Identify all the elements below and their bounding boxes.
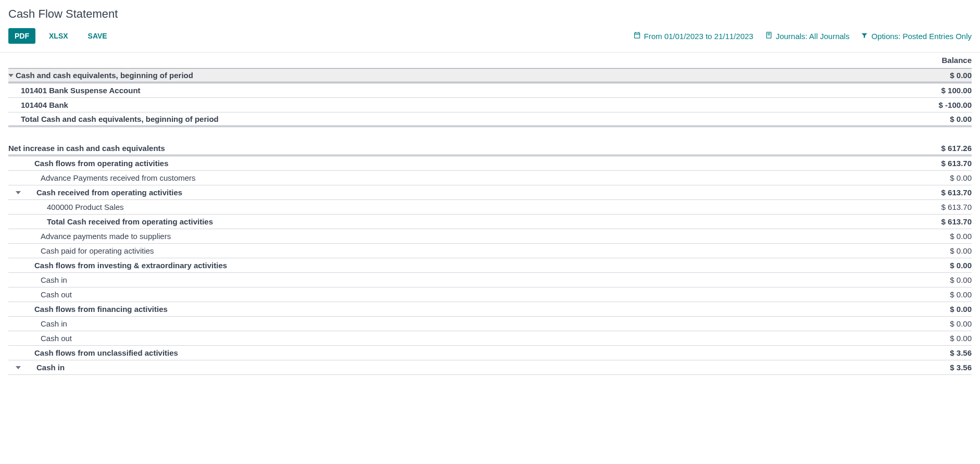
row-value: $ 0.00: [950, 173, 972, 182]
row-label: Cash flows from financing activities: [8, 305, 168, 313]
row-beginning-period[interactable]: Cash and cash equivalents, beginning of …: [8, 68, 972, 83]
row-label: Net increase in cash and cash equivalent…: [8, 144, 165, 153]
row-bank-suspense[interactable]: 101401 Bank Suspense Account $ 100.00: [8, 83, 972, 98]
row-label: Advance payments made to suppliers: [8, 232, 171, 241]
report-body: Balance Cash and cash equivalents, begin…: [0, 53, 980, 375]
filter-icon: [861, 32, 868, 41]
save-button[interactable]: SAVE: [82, 28, 114, 44]
spacer: [8, 127, 972, 142]
row-value: $ 0.00: [950, 275, 972, 284]
calendar-icon: [633, 31, 641, 41]
row-investing-cash-in[interactable]: Cash in $ 0.00: [8, 273, 972, 287]
book-icon: [765, 31, 773, 41]
row-value: $ 613.70: [941, 188, 972, 197]
row-label: Cash flows from unclassified activities: [8, 348, 178, 357]
row-value: $ 0.00: [950, 319, 972, 328]
row-value: $ 0.00: [950, 334, 972, 343]
balance-header: Balance: [941, 56, 972, 65]
filter-date[interactable]: From 01/01/2023 to 21/11/2023: [633, 31, 753, 41]
xlsx-button[interactable]: XLSX: [43, 28, 74, 44]
row-label: Cash flows from operating activities: [8, 159, 169, 168]
row-unclassified-activities[interactable]: Cash flows from unclassified activities …: [8, 346, 972, 360]
row-investing-activities[interactable]: Cash flows from investing & extraordinar…: [8, 258, 972, 273]
row-value: $ 613.70: [941, 159, 972, 168]
column-header-row: Balance: [8, 53, 972, 68]
filter-journals-label: Journals: All Journals: [776, 32, 850, 41]
row-label: Cash out: [8, 290, 72, 299]
pdf-button[interactable]: PDF: [8, 28, 35, 44]
caret-down-icon[interactable]: [16, 190, 21, 195]
row-label: 101401 Bank Suspense Account: [8, 86, 141, 95]
row-value: $ 613.70: [941, 217, 972, 226]
row-value: $ 617.26: [941, 144, 972, 153]
filter-date-label: From 01/01/2023 to 21/11/2023: [644, 32, 753, 41]
toolbar-right: From 01/01/2023 to 21/11/2023 Journals: …: [633, 31, 972, 41]
row-value: $ 0.00: [950, 115, 972, 123]
row-label: Advance Payments received from customers: [8, 173, 196, 182]
row-label: 400000 Product Sales: [8, 203, 124, 211]
row-value: $ 3.56: [950, 348, 972, 357]
row-bank[interactable]: 101404 Bank $ -100.00: [8, 98, 972, 112]
row-cash-received-operating[interactable]: Cash received from operating activities …: [8, 185, 972, 200]
toolbar-left: PDF XLSX SAVE: [8, 28, 114, 44]
row-value: $ 0.00: [950, 246, 972, 255]
row-label: Total Cash and cash equivalents, beginni…: [8, 115, 219, 123]
row-product-sales[interactable]: 400000 Product Sales $ 613.70: [8, 200, 972, 215]
row-advance-customers[interactable]: Advance Payments received from customers…: [8, 171, 972, 185]
row-financing-cash-out[interactable]: Cash out $ 0.00: [8, 331, 972, 346]
row-value: $ 0.00: [950, 305, 972, 313]
row-investing-cash-out[interactable]: Cash out $ 0.00: [8, 287, 972, 302]
row-financing-cash-in[interactable]: Cash in $ 0.00: [8, 317, 972, 331]
row-financing-activities[interactable]: Cash flows from financing activities $ 0…: [8, 302, 972, 317]
caret-down-icon[interactable]: [8, 73, 14, 78]
row-value: $ 0.00: [950, 261, 972, 270]
filter-options[interactable]: Options: Posted Entries Only: [861, 32, 972, 41]
row-label: Total Cash received from operating activ…: [8, 217, 213, 226]
row-value: $ 0.00: [950, 232, 972, 241]
row-value: $ 0.00: [950, 71, 972, 80]
filter-options-label: Options: Posted Entries Only: [871, 32, 972, 41]
row-label: Cash in: [23, 363, 65, 372]
row-unclassified-cash-in[interactable]: Cash in $ 3.56: [8, 360, 972, 375]
row-label: Cash paid for operating activities: [8, 246, 154, 255]
toolbar: PDF XLSX SAVE From 01/01/2023 to 21/11/2…: [0, 24, 980, 53]
row-value: $ 100.00: [941, 86, 972, 95]
row-value: $ 0.00: [950, 290, 972, 299]
row-label: 101404 Bank: [8, 101, 68, 109]
row-total-beginning[interactable]: Total Cash and cash equivalents, beginni…: [8, 112, 972, 127]
row-label: Cash out: [8, 334, 72, 343]
row-value: $ -100.00: [939, 101, 972, 109]
row-operating-activities[interactable]: Cash flows from operating activities $ 6…: [8, 156, 972, 171]
row-label: Cash in: [8, 319, 67, 328]
row-cash-paid-operating[interactable]: Cash paid for operating activities $ 0.0…: [8, 244, 972, 258]
row-label: Cash in: [8, 275, 67, 284]
row-label: Cash and cash equivalents, beginning of …: [16, 71, 193, 80]
filter-journals[interactable]: Journals: All Journals: [765, 31, 850, 41]
row-advance-suppliers[interactable]: Advance payments made to suppliers $ 0.0…: [8, 229, 972, 244]
row-net-increase[interactable]: Net increase in cash and cash equivalent…: [8, 142, 972, 156]
caret-down-icon[interactable]: [16, 365, 21, 370]
row-value: $ 3.56: [950, 363, 972, 372]
row-value: $ 613.70: [941, 203, 972, 211]
page-title: Cash Flow Statement: [0, 0, 980, 24]
row-label: Cash flows from investing & extraordinar…: [8, 261, 227, 270]
row-total-cash-received[interactable]: Total Cash received from operating activ…: [8, 215, 972, 229]
row-label: Cash received from operating activities: [23, 188, 182, 197]
